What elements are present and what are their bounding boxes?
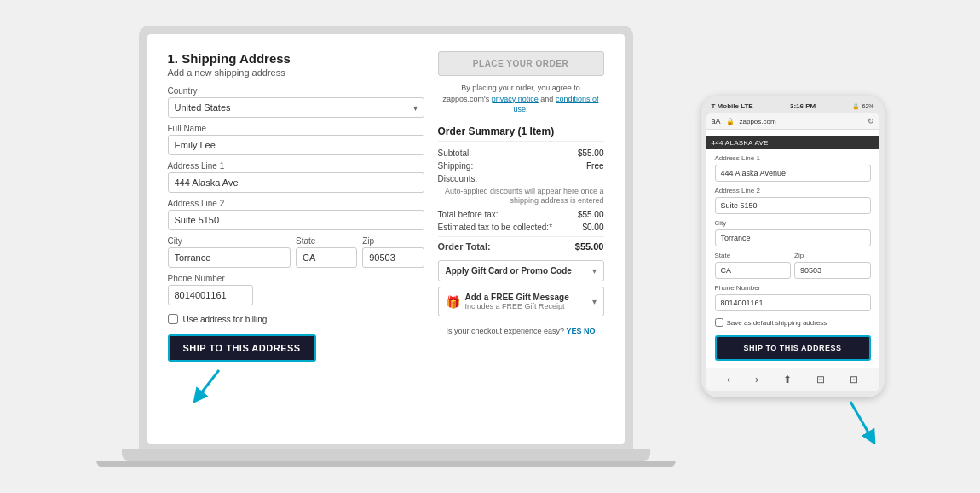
phone-phone-input[interactable] [715,294,871,311]
phone-state-input[interactable] [715,262,792,279]
chevron-down-icon: ▾ [592,266,597,276]
phone-default-checkbox-label: Save as default shipping address [727,319,827,327]
estimated-tax-label: Estimated tax to be collected:* [438,223,553,232]
estimated-tax-value: $0.00 [582,223,603,232]
gift-icon: 🎁 [446,295,460,309]
billing-checkbox[interactable] [168,314,178,324]
form-title: 1. Shipping Address [168,51,424,66]
gift-main-text: Add a FREE Gift Message [465,293,569,302]
laptop-base [122,449,650,461]
phone-city-input[interactable] [715,229,871,246]
share-icon[interactable]: ⬆ [783,374,792,386]
phone-section-header: 444 Alaska Ave [706,136,879,149]
state-input[interactable] [296,247,357,268]
address2-input[interactable] [168,210,424,230]
phone-default-checkbox-row: Save as default shipping address [715,318,871,327]
order-panel: PLACE YOUR ORDER By placing your order, … [438,51,604,426]
phone-zip-wrap: Zip [794,246,871,279]
laptop-base-bottom [96,461,676,467]
url-text: zappos.com [740,118,776,125]
place-order-button[interactable]: PLACE YOUR ORDER [438,51,604,76]
phone-outer: T-Mobile LTE 3:16 PM 🔒 62% aA 🔒 zappos.c… [701,96,885,397]
address2-label: Address Line 2 [168,199,424,208]
yes-link[interactable]: YES [567,327,582,335]
fullname-input[interactable] [168,135,424,155]
phone-address1-label: Address Line 1 [715,154,871,162]
city-label: City [168,236,291,246]
state-field: State [296,230,357,268]
zip-label: Zip [362,236,424,246]
gift-section[interactable]: 🎁 Add a FREE Gift Message Includes a FRE… [438,287,604,316]
phone-city-label: City [715,219,871,227]
carrier-text: T-Mobile LTE [712,102,753,110]
zip-input[interactable] [362,247,424,268]
phone-content: 444 Alaska Ave Address Line 1 Address Li… [706,130,879,368]
subtotal-row: Subtotal: $55.00 [438,148,604,158]
city-input[interactable] [168,247,291,268]
phone-default-checkbox[interactable] [715,318,723,327]
chevron-down-icon: ▾ [592,297,597,306]
phone-container: T-Mobile LTE 3:16 PM 🔒 62% aA 🔒 zappos.c… [701,96,885,397]
svg-line-3 [850,402,872,438]
phone-state-label: State [715,252,792,259]
phone-phone-label: Phone Number [715,284,871,292]
phone-state-wrap: State [715,246,792,279]
phone-bottom-bar: ‹ › ⬆ ⊟ ⊡ [706,368,879,391]
phone-address2-input[interactable] [715,197,871,214]
phone-input[interactable] [168,285,253,305]
no-link[interactable]: NO [584,327,596,335]
ship-to-address-button[interactable]: SHIP TO THIS ADDRESS [168,334,316,362]
tax-row: Total before tax: $55.00 [438,210,604,219]
reload-icon[interactable]: ↻ [868,117,874,125]
address1-input[interactable] [168,172,424,193]
url-left: aA 🔒 zappos.com [712,117,776,125]
tab-icon[interactable]: ⊡ [850,374,858,386]
feedback-row: Is your checkout experience easy? YES NO [438,327,604,335]
country-select-wrapper[interactable]: United States ▾ [168,97,424,118]
subtotal-label: Subtotal: [438,148,471,158]
tax-value: $55.00 [578,210,604,219]
gift-text: Add a FREE Gift Message Includes a FREE … [465,293,569,310]
laptop-container: 1. Shipping Address Add a new shipping a… [96,26,676,467]
zip-field: Zip [362,230,424,268]
privacy-notice-link[interactable]: privacy notice [492,95,539,103]
gift-sub-text: Includes a FREE Gift Receipt [465,302,569,310]
discounts-row: Discounts: [438,174,604,183]
phone-url-bar: aA 🔒 zappos.com ↻ [706,113,879,130]
country-select[interactable]: United States [168,97,424,118]
shipping-form: 1. Shipping Address Add a new shipping a… [168,51,424,426]
promo-section[interactable]: Apply Gift Card or Promo Code ▾ [438,260,604,281]
arrow-indicator [193,362,245,404]
phone-arrow-indicator [825,397,876,444]
laptop-screen-outer: 1. Shipping Address Add a new shipping a… [139,26,633,449]
city-field: City [168,230,291,268]
tax-label: Total before tax: [438,210,499,219]
phone-zip-input[interactable] [794,262,871,279]
laptop-screen-inner: 1. Shipping Address Add a new shipping a… [147,34,625,444]
lock-icon: 🔒 [726,118,735,125]
phone-address1-input[interactable] [715,165,871,182]
svg-line-1 [198,370,219,397]
form-subtitle: Add a new shipping address [168,67,424,78]
phone-address2-label: Address Line 2 [715,187,871,194]
phone-screen: aA 🔒 zappos.com ↻ 444 Alaska Ave Address… [706,113,879,391]
subtotal-value: $55.00 [578,148,604,158]
gift-left: 🎁 Add a FREE Gift Message Includes a FRE… [446,293,569,310]
books-icon[interactable]: ⊟ [816,374,825,386]
battery-text: 62% [862,103,873,109]
battery-indicators: 🔒 62% [852,103,873,110]
address1-label: Address Line 1 [168,161,424,171]
discount-note: Auto-applied discounts will appear here … [438,187,604,206]
discounts-label: Discounts: [438,174,478,183]
shipping-value: Free [586,161,604,171]
back-icon[interactable]: ‹ [727,374,730,386]
phone-status-bar: T-Mobile LTE 3:16 PM 🔒 62% [706,102,879,113]
total-row: Order Total: $55.00 [438,236,604,252]
billing-checkbox-row: Use address for billing [168,314,424,324]
aa-label[interactable]: aA [712,117,721,125]
phone-label: Phone Number [168,274,424,283]
agree-text: By placing your order, you agree to zapp… [438,83,604,115]
phone-ship-to-address-button[interactable]: SHIP TO THIS ADDRESS [715,335,871,361]
country-label: Country [168,86,424,96]
forward-icon[interactable]: › [755,374,758,386]
